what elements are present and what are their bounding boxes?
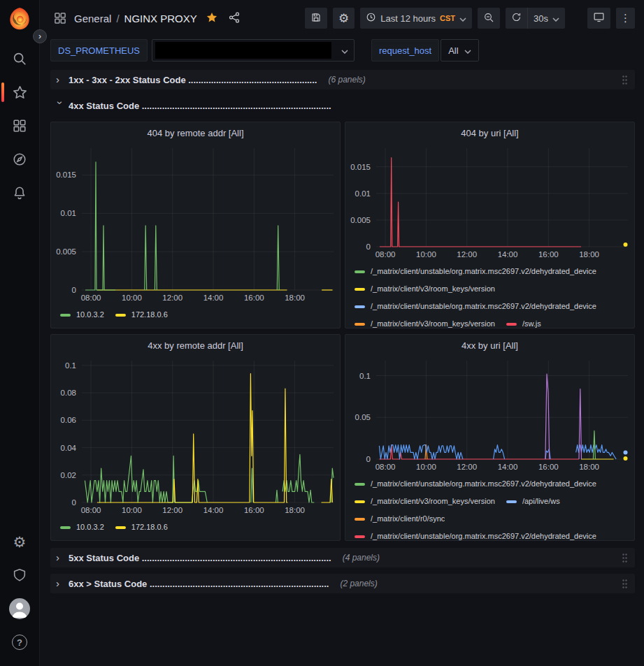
legend-item[interactable]: /_matrix/client/v3/room_keys/version bbox=[355, 494, 495, 509]
svg-text:0.005: 0.005 bbox=[350, 216, 371, 224]
variable-value-ds-prometheus[interactable] bbox=[152, 39, 355, 61]
legend-item[interactable]: /api/live/ws bbox=[506, 494, 560, 509]
panel-title[interactable]: 4xx by uri [All] bbox=[345, 335, 634, 356]
variable-value-request-host[interactable]: All bbox=[441, 39, 478, 61]
sidebar-item-dashboards[interactable] bbox=[0, 109, 39, 143]
timeseries-chart[interactable]: 08:0010:0012:0014:0016:0018:0000.0050.01… bbox=[51, 143, 340, 304]
svg-text:0.01: 0.01 bbox=[355, 189, 371, 198]
row-drag-handle[interactable] bbox=[620, 553, 629, 563]
dashboard-settings-button[interactable]: ⚙ bbox=[333, 8, 355, 29]
chevron-down-icon bbox=[341, 44, 348, 57]
save-dashboard-button[interactable] bbox=[305, 8, 327, 29]
legend-item[interactable]: /_matrix/client/unstable/org.matrix.msc2… bbox=[355, 477, 596, 491]
tv-kiosk-mode-button[interactable] bbox=[587, 8, 610, 29]
svg-text:0.1: 0.1 bbox=[65, 361, 76, 370]
chevron-down-icon: › bbox=[55, 101, 66, 109]
dashboard-row-5xx[interactable]: › 5xx Status Code ......................… bbox=[50, 548, 635, 567]
sidebar-item-explore[interactable] bbox=[0, 143, 39, 176]
legend-item[interactable]: /_matrix/client/v3/room_keys/version bbox=[355, 317, 495, 328]
chart-legend: 10.0.3.2172.18.0.6 bbox=[51, 304, 340, 328]
svg-text:0.02: 0.02 bbox=[61, 471, 76, 479]
svg-text:0.06: 0.06 bbox=[61, 416, 76, 424]
legend-item[interactable]: /_matrix/client/unstable/org.matrix.msc2… bbox=[355, 299, 596, 314]
time-range-button[interactable]: Last 12 hours CST bbox=[360, 8, 472, 29]
breadcrumb-section[interactable]: General bbox=[74, 13, 111, 24]
timeseries-chart[interactable]: 08:0010:0012:0014:0016:0018:0000.020.040… bbox=[51, 356, 340, 516]
legend-label: 172.18.0.6 bbox=[131, 307, 168, 322]
variable-label-request-host[interactable]: request_host bbox=[371, 39, 439, 61]
legend-label: /_matrix/client/unstable/org.matrix.msc2… bbox=[371, 299, 596, 314]
time-picker: Last 12 hours CST bbox=[360, 8, 472, 29]
panels-grid: 404 by remote addr [All] 08:0010:0012:00… bbox=[50, 122, 635, 541]
panel-title[interactable]: 404 by remote addr [All] bbox=[51, 122, 340, 143]
sidebar-item-configuration[interactable]: ⚙ bbox=[0, 525, 39, 558]
dashboard-row-6xx[interactable]: › 6xx > Status Code ....................… bbox=[50, 574, 635, 593]
chart-legend: /_matrix/client/unstable/org.matrix.msc2… bbox=[345, 473, 634, 540]
row-panel-count: (4 panels) bbox=[343, 553, 380, 563]
refresh-interval-button[interactable]: 30s bbox=[528, 8, 565, 29]
row-drag-handle[interactable] bbox=[620, 579, 629, 589]
row-title: 4xx Status Code ........................… bbox=[69, 101, 331, 111]
expand-sidebar-button[interactable]: › bbox=[33, 29, 47, 43]
more-options-button[interactable]: ⋮ bbox=[616, 8, 635, 29]
legend-item[interactable]: 172.18.0.6 bbox=[115, 520, 168, 535]
legend-item[interactable]: /_matrix/client/r0/sync bbox=[355, 512, 445, 526]
svg-text:18:00: 18:00 bbox=[579, 463, 599, 471]
panel-title[interactable]: 404 by uri [All] bbox=[345, 122, 634, 143]
chart-legend: /_matrix/client/unstable/org.matrix.msc2… bbox=[345, 261, 634, 328]
share-dashboard-button[interactable] bbox=[227, 10, 242, 27]
sidebar-item-server-admin[interactable] bbox=[0, 558, 39, 592]
legend-item[interactable]: /_matrix/client/v3/room_keys/version bbox=[355, 282, 495, 296]
redacted-value bbox=[155, 42, 331, 59]
timeseries-chart[interactable]: 08:0010:0012:0014:0016:0018:0000.050.1 bbox=[345, 356, 634, 473]
chevron-right-icon: › bbox=[56, 74, 64, 85]
svg-text:0.1: 0.1 bbox=[359, 372, 371, 380]
grafana-logo[interactable] bbox=[6, 6, 33, 32]
sidebar-item-help[interactable]: ? bbox=[0, 625, 39, 659]
refresh-button[interactable] bbox=[506, 8, 527, 29]
sidebar-item-alerting[interactable] bbox=[0, 176, 39, 210]
monitor-icon bbox=[593, 11, 605, 25]
dashboard-row-1xx-3xx-2xx[interactable]: › 1xx - 3xx - 2xx Status Code ..........… bbox=[50, 70, 635, 89]
legend-item[interactable]: 10.0.3.2 bbox=[60, 520, 104, 535]
breadcrumb-dashboard-title[interactable]: NGINX PROXY bbox=[124, 13, 197, 24]
chevron-right-icon: › bbox=[38, 31, 41, 41]
favorite-star-button[interactable] bbox=[204, 10, 220, 27]
sidebar-item-profile[interactable] bbox=[0, 592, 39, 625]
refresh-interval-label: 30s bbox=[534, 13, 548, 24]
sidebar-item-starred[interactable] bbox=[0, 75, 39, 109]
legend-label: /api/live/ws bbox=[522, 494, 560, 509]
legend-item[interactable]: 172.18.0.6 bbox=[115, 307, 168, 322]
dashboard-row-4xx[interactable]: › 4xx Status Code ......................… bbox=[50, 96, 635, 115]
timeseries-chart[interactable]: 08:0010:0012:0014:0016:0018:0000.0050.01… bbox=[345, 143, 634, 261]
kebab-menu-icon: ⋮ bbox=[620, 12, 631, 24]
panel-title[interactable]: 4xx by remote addr [All] bbox=[51, 335, 340, 356]
bell-icon bbox=[12, 185, 27, 201]
search-icon bbox=[12, 51, 27, 66]
legend-swatch bbox=[115, 314, 126, 317]
sidebar-item-search[interactable] bbox=[0, 42, 39, 75]
legend-item[interactable]: /sw.js bbox=[506, 317, 541, 328]
panel-4xx-by-uri: 4xx by uri [All] 08:0010:0012:0014:0016:… bbox=[345, 334, 635, 541]
legend-item[interactable]: /_matrix/client/unstable/org.matrix.msc2… bbox=[355, 529, 596, 540]
svg-text:12:00: 12:00 bbox=[162, 506, 183, 514]
apps-grid-icon[interactable] bbox=[50, 11, 70, 25]
legend-item[interactable]: /_matrix/client/unstable/org.matrix.msc2… bbox=[355, 264, 596, 279]
row-drag-handle[interactable] bbox=[620, 75, 629, 85]
row-panel-count: (2 panels) bbox=[340, 579, 377, 588]
dashboard-toolbar: ⚙ Last 12 hours CST bbox=[305, 8, 635, 29]
breadcrumb: General / NGINX PROXY bbox=[74, 13, 197, 24]
legend-label: /_matrix/client/v3/room_keys/version bbox=[371, 317, 495, 328]
svg-text:12:00: 12:00 bbox=[162, 294, 183, 302]
gear-icon: ⚙ bbox=[13, 535, 27, 549]
legend-item[interactable]: 10.0.3.2 bbox=[60, 307, 104, 322]
zoom-out-time-button[interactable] bbox=[478, 8, 500, 29]
chevron-right-icon: › bbox=[56, 552, 64, 563]
main-area: General / NGINX PROXY bbox=[40, 0, 644, 666]
legend-swatch bbox=[355, 305, 365, 308]
svg-text:08:00: 08:00 bbox=[81, 294, 101, 302]
variable-label-ds-prometheus[interactable]: DS_PROMETHEUS bbox=[50, 39, 148, 61]
refresh-icon bbox=[511, 12, 522, 24]
sidebar-top-nav bbox=[0, 42, 39, 210]
variable-selected-value: All bbox=[448, 45, 458, 56]
